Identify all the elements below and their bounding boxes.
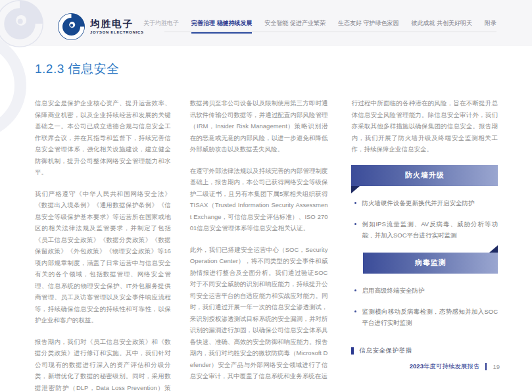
bullet-item: 例如IPS流量监测、AV反病毒、威胁分析等功能，并加入SOC平台进行实时监测: [351, 218, 498, 241]
caption-text: 信息安全保护举措: [359, 347, 412, 355]
corner-fold-icon: [351, 186, 360, 193]
caption-bar-icon: [351, 347, 354, 355]
report-title: 2023年度可持续发展报告: [410, 362, 480, 371]
brand-name-en: JOYSON ELECTRONICS: [90, 30, 144, 35]
paragraph: 在遵守外部法律法规以及持续完善的内部管理制度基础上，报告期内，本公司已获得网络安…: [190, 165, 328, 234]
brand-text: 均胜电子 JOYSON ELECTRONICS: [90, 18, 144, 35]
body-columns: 信息安全是保护企业核心资产、提升运营效率、保障商业机密，以及企业持续经营和发展的…: [35, 97, 498, 392]
paragraph: 行过程中所面临的各种潜在的风险，旨在不断提升总体信息安全风险管理能力。除信息安全…: [351, 97, 498, 155]
callout-bullet-list: 防火墙硬件设备更新换代并开启安全防护 例如IPS流量监测、AV反病毒、威胁分析等…: [351, 186, 498, 241]
report-year: 2023: [410, 362, 423, 370]
footer-divider: [485, 363, 487, 370]
text-column-3: 行过程中所面临的各种潜在的风险，旨在不断提升总体信息安全风险管理能力。除信息安全…: [351, 97, 498, 392]
callout-title-banner: 病毒监测: [363, 253, 498, 274]
background-swirl-decoration: [0, 0, 43, 47]
joyson-swirl-icon: [58, 13, 85, 40]
paragraph: 信息安全是保护企业核心资产、提升运营效率、保障商业机密，以及企业持续经营和发展的…: [35, 97, 171, 178]
background-arc-decoration: [0, 32, 26, 139]
callout-title-banner: 防火墙升级: [351, 165, 498, 186]
callout-bullet-list: 启用高级终端安全防护 监测横向移动反病毒检测，态势感知并加入SOC平台进行实时监…: [351, 274, 498, 328]
callout-firewall-upgrade: 防火墙升级 防火墙硬件设备更新换代并开启安全防护 例如IPS流量监测、AV反病毒…: [351, 165, 498, 241]
paragraph: 此外，我们已搭建安全运营中心（SOC，Security Operation Ce…: [190, 244, 328, 382]
page-footer: 2023年度可持续发展报告 19: [0, 362, 500, 371]
bullet-item: 启用高级终端安全防护: [351, 285, 498, 296]
corner-fold-icon: [489, 245, 498, 253]
report-title-text: 年度可持续发展报告: [423, 362, 480, 370]
section-title: 1.2.3 信息安全: [35, 61, 120, 78]
figure-caption: 信息安全保护举措: [351, 347, 498, 355]
callout-title: 病毒监测: [415, 258, 447, 268]
nav-underline: [164, 32, 496, 32]
page-number: 19: [493, 363, 500, 370]
callout-title: 防火墙升级: [405, 170, 445, 180]
callout-virus-monitoring: 病毒监测 启用高级终端安全防护 监测横向移动反病毒检测，态势感知并加入SOC平台…: [351, 253, 498, 328]
joyson-logo[interactable]: 均胜电子 JOYSON ELECTRONICS: [58, 13, 144, 40]
brand-name-cn: 均胜电子: [90, 18, 144, 30]
paragraph: 数据拷贝至非公司设备以及限制使用第三方即时通讯软件传输公司数据等，并通过配置内部…: [190, 97, 328, 155]
text-column-1: 信息安全是保护企业核心资产、提升运营效率、保障商业机密，以及企业持续经营和发展的…: [35, 97, 171, 392]
text-column-2: 数据拷贝至非公司设备以及限制使用第三方即时通讯软件传输公司数据等，并通过配置内部…: [190, 97, 328, 392]
paragraph: 我们严格遵守《中华人民共和国网络安全法》《数据出入境条例》《通用数据保护条例》《…: [35, 188, 171, 326]
bullet-item: 防火墙硬件设备更新换代并开启安全防护: [351, 197, 498, 208]
page-header: 均胜电子 JOYSON ELECTRONICS 关于均胜电子 完善治理 稳健持续…: [0, 0, 532, 46]
bullet-item: 监测横向移动反病毒检测，态势感知并加入SOC平台进行实时监测: [351, 306, 498, 328]
